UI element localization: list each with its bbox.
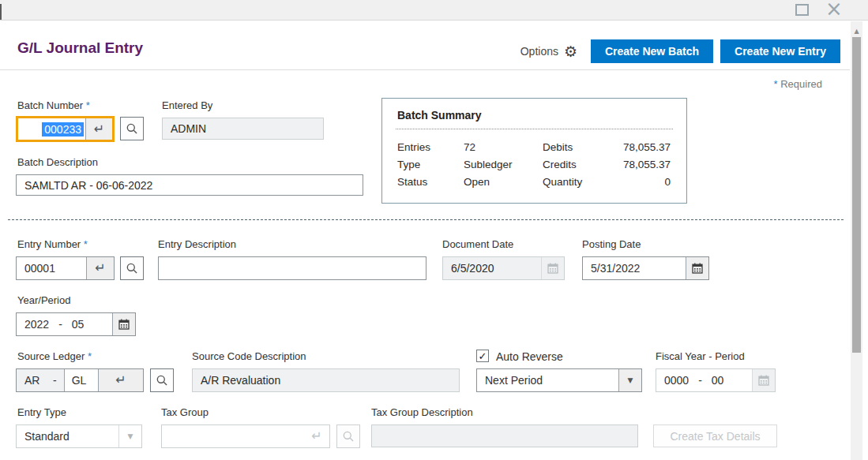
year-period-calendar-button[interactable]	[112, 313, 135, 335]
document-date-field: 6/5/2020	[442, 256, 565, 280]
options-button[interactable]: Options ⚙	[520, 43, 577, 59]
chevron-down-icon: ▼	[118, 425, 141, 447]
batch-number-input[interactable]: 000233	[18, 118, 85, 140]
auto-reverse-label: Auto Reverse	[496, 350, 563, 363]
source-ledger-go-button[interactable]: ↵	[99, 369, 143, 391]
entry-number-field-group: 00001 ↵	[16, 256, 115, 280]
calendar-icon	[541, 257, 564, 279]
summary-entries-label: Entries	[397, 141, 464, 153]
posting-date-label: Posting Date	[582, 238, 641, 250]
enter-icon: ↵	[304, 425, 329, 447]
summary-status-label: Status	[397, 176, 464, 188]
required-asterisk: *	[774, 78, 778, 90]
entry-type-select: Standard ▼	[16, 424, 142, 448]
summary-credits-value: 78,055.37	[615, 159, 671, 170]
enter-icon: ↵	[115, 374, 126, 387]
fiscal-year-period-label: Fiscal Year - Period	[656, 350, 745, 362]
source-ledger-field-group: AR - GL ↵	[16, 368, 144, 392]
batch-summary-grid: Entries 72 Debits 78,055.37 Type Subledg…	[397, 141, 671, 188]
tax-group-description-label: Tax Group Description	[371, 406, 473, 418]
chevron-down-icon[interactable]: ▼	[618, 369, 641, 391]
year-period-input[interactable]: 2022 - 05	[17, 313, 112, 335]
vertical-scrollbar[interactable]: ▲	[851, 21, 862, 460]
search-icon	[126, 262, 138, 275]
batch-description-input[interactable]: SAMLTD AR - 06-06-2022	[16, 174, 363, 196]
batch-summary-panel: Batch Summary Entries 72 Debits 78,055.3…	[381, 98, 687, 204]
section-divider	[8, 219, 844, 220]
create-new-batch-button[interactable]: Create New Batch	[591, 39, 713, 63]
entry-description-label: Entry Description	[158, 238, 236, 250]
summary-quantity-value: 0	[615, 176, 671, 188]
scroll-up-icon[interactable]: ▲	[851, 26, 862, 37]
enter-icon: ↵	[94, 123, 104, 136]
batch-description-label: Batch Description	[17, 156, 98, 168]
search-icon	[342, 430, 355, 443]
summary-debits-value: 78,055.37	[615, 141, 671, 153]
calendar-icon	[752, 369, 775, 391]
tax-group-finder-button	[336, 424, 360, 448]
calendar-icon	[118, 318, 130, 331]
entry-description-input[interactable]	[158, 256, 426, 280]
close-icon[interactable]: ×	[824, 0, 844, 20]
batch-number-go-button[interactable]: ↵	[85, 118, 112, 140]
search-icon	[126, 122, 138, 135]
reverse-period-value: Next Period	[477, 369, 618, 391]
entered-by-label: Entered By	[162, 99, 212, 111]
summary-type-label: Type	[397, 159, 464, 170]
summary-status-value: Open	[464, 176, 543, 188]
entry-type-value: Standard	[17, 425, 118, 447]
tax-group-field: ↵	[161, 424, 330, 448]
summary-debits-label: Debits	[543, 141, 615, 153]
source-ledger-separator: -	[53, 369, 57, 391]
posting-date-input[interactable]: 5/31/2022	[583, 257, 686, 279]
create-tax-details-button: Create Tax Details	[653, 424, 777, 447]
batch-summary-title: Batch Summary	[397, 109, 482, 122]
entry-type-label: Entry Type	[17, 406, 66, 418]
gear-icon[interactable]: ⚙	[564, 43, 577, 59]
summary-entries-value: 72	[464, 141, 543, 153]
gl-journal-entry-window: × ▲ G/L Journal Entry Options ⚙ Create N…	[0, 0, 868, 460]
source-code-input[interactable]: GL	[64, 369, 99, 391]
batch-summary-divider	[396, 129, 673, 129]
batch-number-selected-text: 000233	[42, 122, 84, 137]
entry-number-label: Entry Number *	[17, 238, 88, 250]
year-period-field-group: 2022 - 05	[16, 312, 136, 336]
entry-number-input[interactable]: 00001	[17, 257, 86, 279]
check-icon: ✓	[479, 351, 487, 361]
source-code-description-field: A/R Revaluation	[192, 368, 460, 392]
document-date-label: Document Date	[442, 238, 513, 250]
fiscal-year-period-field: 0000 - 00	[656, 368, 776, 392]
header-divider	[0, 69, 850, 70]
required-note: * Required	[774, 78, 822, 90]
summary-credits-label: Credits	[543, 159, 615, 170]
batch-number-field-group: 000233 ↵	[16, 116, 115, 142]
calendar-icon	[691, 262, 704, 275]
posting-date-field-group: 5/31/2022	[582, 256, 709, 280]
source-ledger-label: Source Ledger *	[17, 350, 92, 362]
batch-number-finder-button[interactable]	[120, 117, 144, 140]
fiscal-year-period-value: 0000 - 00	[656, 369, 752, 391]
window-edge	[0, 4, 2, 20]
entry-number-finder-button[interactable]	[120, 256, 144, 280]
reverse-period-select[interactable]: Next Period ▼	[476, 368, 642, 392]
window-titlebar: ×	[0, 0, 868, 21]
posting-date-calendar-button[interactable]	[686, 257, 708, 279]
summary-quantity-label: Quantity	[543, 176, 615, 188]
source-ledger-finder-button[interactable]	[150, 368, 174, 392]
source-ledger-prefix: AR	[17, 369, 53, 391]
entry-number-go-button[interactable]: ↵	[86, 257, 114, 279]
batch-number-label: Batch Number *	[17, 99, 90, 111]
create-new-entry-button[interactable]: Create New Entry	[720, 39, 840, 63]
auto-reverse-checkbox[interactable]: ✓	[476, 350, 489, 362]
page-title: G/L Journal Entry	[17, 39, 143, 57]
year-period-label: Year/Period	[17, 294, 70, 306]
entered-by-field: ADMIN	[162, 118, 324, 140]
header-actions: Options ⚙ Create New Batch Create New En…	[520, 39, 840, 63]
tax-group-value	[162, 425, 304, 447]
summary-type-value: Subledger	[464, 159, 543, 170]
maximize-icon[interactable]	[795, 4, 809, 16]
scrollbar-thumb[interactable]	[852, 37, 861, 353]
options-label: Options	[520, 45, 558, 58]
tax-group-description-field	[371, 424, 638, 447]
source-code-description-label: Source Code Description	[192, 350, 306, 362]
